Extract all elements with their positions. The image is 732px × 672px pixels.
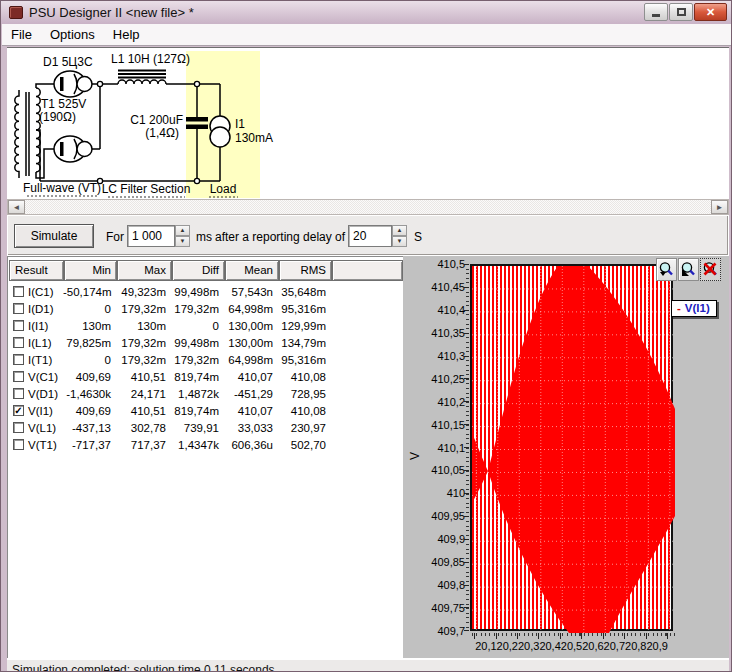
maximize-button[interactable]	[669, 3, 693, 21]
y-tick: 410,1	[403, 442, 465, 454]
zoom-out-button[interactable]	[678, 258, 699, 281]
min-value: -50,174m	[63, 286, 116, 298]
result-name: V(L1)	[28, 422, 56, 434]
plot-checkbox[interactable]: ✓	[13, 405, 24, 416]
plot-checkbox[interactable]	[13, 286, 24, 297]
min-value: 130m	[63, 320, 116, 332]
diff-value: 819,74m	[171, 405, 224, 417]
minimize-button[interactable]	[644, 3, 668, 21]
table-row[interactable]: I(L1) 79,825m 179,32m 99,498m 130,00m 13…	[8, 334, 403, 351]
plot-checkbox[interactable]	[13, 439, 24, 450]
y-tick: 410,4	[403, 304, 465, 316]
duration-spinner[interactable]: ▲ ▼	[175, 225, 190, 247]
transformer-t1[interactable]	[15, 88, 40, 178]
rectifier-tube-d1-bottom[interactable]	[54, 136, 92, 162]
diff-value: 0	[171, 320, 224, 332]
delay-spinner[interactable]: ▲ ▼	[392, 225, 407, 247]
header-diff[interactable]: Diff	[172, 260, 225, 281]
header-mean[interactable]: Mean	[225, 260, 279, 281]
zoom-in-icon	[658, 261, 675, 278]
table-row[interactable]: V(D1) -1,4630k 24,171 1,4872k -451,29 72…	[8, 385, 403, 402]
y-axis-tickmarks	[464, 264, 469, 631]
table-row[interactable]: I(I1) 130m 130m 0 130,00m 129,99m	[8, 317, 403, 334]
result-name: V(C1)	[28, 371, 58, 383]
duration-spin-down-icon[interactable]: ▼	[175, 236, 190, 247]
inductor-l1[interactable]	[118, 71, 166, 85]
menu-file[interactable]: File	[2, 25, 41, 44]
close-button[interactable]: ✕	[694, 3, 727, 21]
app-icon	[9, 6, 23, 19]
max-value: 179,32m	[116, 354, 171, 366]
x-axis-tickmarks	[470, 633, 677, 639]
duration-input[interactable]: 1 000	[127, 225, 175, 247]
rms-value: 35,648m	[278, 286, 331, 298]
menu-bar: File Options Help	[2, 24, 732, 46]
table-row[interactable]: I(T1) 0 179,32m 179,32m 64,998m 95,316m	[8, 351, 403, 368]
delay-input[interactable]: 20	[348, 225, 392, 247]
y-tick: 410,05	[403, 464, 465, 476]
y-tick: 410,3	[403, 350, 465, 362]
schematic-h-scrollbar[interactable]: ◄ ►	[7, 199, 729, 215]
duration-spin-up-icon[interactable]: ▲	[175, 225, 190, 236]
delay-spin-up-icon[interactable]: ▲	[392, 225, 407, 236]
section-label-lcfilter: LC Filter Section	[102, 182, 191, 196]
plot-checkbox[interactable]	[13, 303, 24, 314]
y-tick: 409,9	[403, 533, 465, 545]
zoom-reset-button[interactable]	[700, 258, 721, 281]
simulate-toolbar: Simulate For 1 000 ▲ ▼ ms after a report…	[7, 215, 729, 256]
header-result[interactable]: Result	[9, 260, 64, 281]
simulate-button[interactable]: Simulate	[14, 224, 94, 248]
menu-options[interactable]: Options	[41, 25, 104, 44]
header-max[interactable]: Max	[117, 260, 172, 281]
d1-label: D1 5Ц3С	[43, 55, 93, 69]
scroll-left-button[interactable]: ◄	[8, 200, 25, 214]
mean-value: 410,07	[224, 405, 278, 417]
scroll-right-button[interactable]: ►	[711, 200, 728, 214]
menu-help[interactable]: Help	[104, 25, 149, 44]
plot-checkbox[interactable]	[13, 320, 24, 331]
y-axis-ticks: 410,5 410,45 410,4 410,35 410,3 410,25 4…	[403, 258, 465, 637]
header-rms[interactable]: RMS	[279, 260, 332, 281]
max-value: 717,37	[116, 439, 171, 451]
waveform-plot[interactable]	[470, 264, 673, 631]
diff-value: 1,4872k	[171, 388, 224, 400]
y-tick: 410,45	[403, 281, 465, 293]
current-source-i1[interactable]	[210, 116, 230, 147]
plot-checkbox[interactable]	[13, 388, 24, 399]
rms-value: 410,08	[278, 371, 331, 383]
rms-value: 230,97	[278, 422, 331, 434]
mean-value: 130,00m	[224, 320, 278, 332]
zoom-in-button[interactable]	[656, 258, 677, 281]
header-min[interactable]: Min	[64, 260, 117, 281]
min-value: 0	[63, 303, 116, 315]
min-value: -717,37	[63, 439, 116, 451]
status-bar: Simulation completed; solution time 0.11…	[7, 658, 729, 672]
table-row[interactable]: V(C1) 409,69 410,51 819,74m 410,07 410,0…	[8, 368, 403, 385]
table-row[interactable]: V(T1) -717,37 717,37 1,4347k 606,36u 502…	[8, 436, 403, 453]
max-value: 179,32m	[116, 303, 171, 315]
rectifier-tube-d1-top[interactable]	[54, 71, 92, 97]
result-name: V(T1)	[28, 439, 57, 451]
min-value: 79,825m	[63, 337, 116, 349]
y-tick: 410	[403, 487, 465, 499]
y-tick: 409,85	[403, 556, 465, 568]
plot-checkbox[interactable]	[13, 371, 24, 382]
mean-value: 64,998m	[224, 303, 278, 315]
table-row[interactable]: V(L1) -437,13 302,78 739,91 33,033 230,9…	[8, 419, 403, 436]
plot-checkbox[interactable]	[13, 422, 24, 433]
table-row[interactable]: I(D1) 0 179,32m 179,32m 64,998m 95,316m	[8, 300, 403, 317]
l1-label: L1 10H (127Ω)	[111, 52, 190, 66]
min-value: -1,4630k	[63, 388, 116, 400]
title-bar: PSU Designer II <new file> * ✕	[1, 1, 732, 24]
table-row[interactable]: ✓V(I1) 409,69 410,51 819,74m 410,07 410,…	[8, 402, 403, 419]
plot-checkbox[interactable]	[13, 337, 24, 348]
y-tick: 409,7	[403, 625, 465, 637]
mean-value: 606,36u	[224, 439, 278, 451]
delay-spin-down-icon[interactable]: ▼	[392, 236, 407, 247]
close-icon: ✕	[706, 6, 715, 19]
result-name: V(I1)	[28, 405, 53, 417]
table-row[interactable]: I(C1) -50,174m 49,323m 99,498m 57,543n 3…	[8, 283, 403, 300]
y-tick: 409,75	[403, 602, 465, 614]
mean-value: 64,998m	[224, 354, 278, 366]
plot-checkbox[interactable]	[13, 354, 24, 365]
